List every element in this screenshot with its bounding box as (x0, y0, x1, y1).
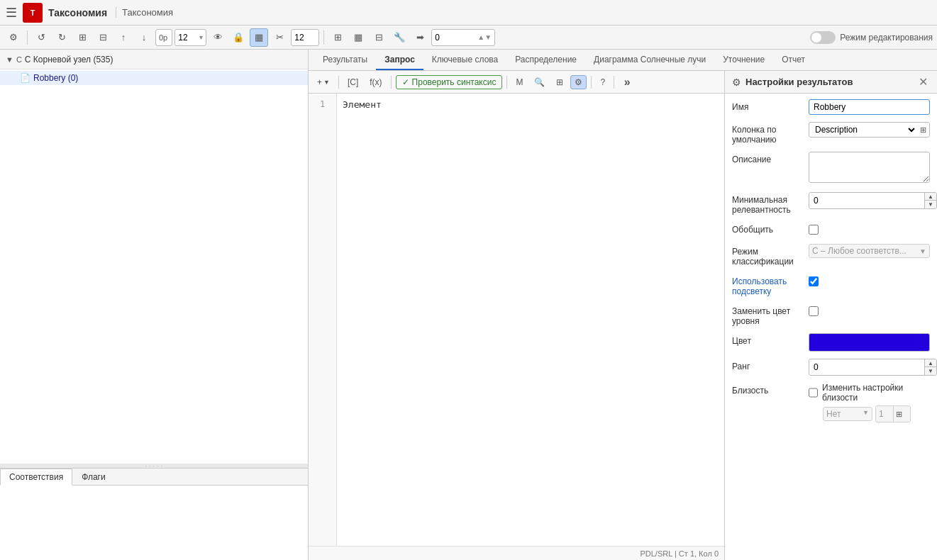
value-arrows: ▲▼ (477, 33, 492, 41)
tree-body[interactable]: 📄 Robbery (0) (0, 69, 308, 464)
setting-proximity-row: Близость Изменить настройки близости Нет… (732, 383, 930, 422)
tab-report[interactable]: Отчет (773, 50, 814, 70)
toolbar-undo-btn[interactable]: ↻ (52, 28, 71, 47)
setting-description-control (809, 152, 930, 185)
highlight-checkbox[interactable] (809, 276, 819, 286)
toolbar-size-input[interactable]: ▾ (174, 29, 206, 46)
help-btn[interactable]: ? (596, 75, 609, 89)
tab-correspondences[interactable]: Соответствия (0, 469, 72, 486)
tab-query[interactable]: Запрос (376, 50, 423, 70)
settings-close-btn[interactable]: ✕ (916, 75, 930, 89)
column-select[interactable]: Description ⊞ (809, 122, 930, 138)
rank-input[interactable] (809, 360, 924, 374)
setting-proximity-control: Изменить настройки близости Нет ▼ ⊞ (809, 383, 930, 422)
setting-color-label: Цвет (732, 333, 803, 346)
toolbar-refresh-btn[interactable]: ↺ (32, 28, 50, 47)
toolbar-btn5[interactable]: ➡ (411, 28, 429, 47)
code-area[interactable]: Элемент (337, 94, 724, 546)
toolbar-counter-input[interactable]: 0р (155, 29, 172, 46)
settings-body: Имя Колонка по умолчанию Description (725, 94, 937, 560)
toolbar-btn4[interactable]: 🔧 (390, 28, 409, 47)
replace-color-checkbox[interactable] (809, 306, 819, 316)
color-swatch[interactable] (809, 333, 930, 352)
toolbar-num-input[interactable] (291, 29, 319, 46)
toolbar-settings-btn[interactable]: ⚙ (4, 28, 23, 47)
left-bottom: Соответствия Флаги (0, 468, 308, 560)
tab-distribution[interactable]: Распределение (506, 50, 585, 70)
size-arrows[interactable]: ▾ (199, 33, 203, 41)
column-extra-icon[interactable]: ⊞ (920, 125, 926, 135)
prox-value-input (876, 408, 893, 420)
hamburger-icon[interactable]: ☰ (6, 5, 17, 21)
edit-mode-toggle[interactable] (810, 31, 836, 44)
app-title: Таксономия (48, 7, 107, 18)
add-dropdown-btn[interactable]: + ▼ (313, 75, 334, 89)
toolbar-copy-btn[interactable]: ⊞ (73, 28, 92, 47)
line-numbers: 1 (309, 94, 337, 546)
toolbar-btn2[interactable]: ▦ (349, 28, 367, 47)
prox-type-value: Нет (826, 409, 841, 419)
check-syntax-btn[interactable]: ✓ Проверить синтаксис (396, 75, 503, 89)
gear-btn[interactable]: ⚙ (570, 75, 587, 89)
prox-more-btn: ⊞ (893, 406, 904, 422)
code-line-1: Элемент (343, 99, 382, 110)
classify-value: С – Любое соответств... (812, 246, 906, 256)
app-subtitle: Таксономия (116, 7, 173, 18)
setting-min-relevance-label: Минимальная релевантность (732, 192, 803, 215)
settings-header: ⚙ Настройки результатов ✕ (725, 71, 937, 94)
name-input[interactable] (809, 99, 930, 115)
rank-spin-up[interactable]: ▲ (925, 359, 936, 367)
tab-keywords[interactable]: Ключевые слова (423, 50, 506, 70)
min-relevance-number: ▲ ▼ (809, 192, 937, 209)
fx-btn[interactable]: f(x) (365, 75, 386, 89)
setting-rank-label: Ранг (732, 359, 803, 371)
search-btn[interactable]: 🔍 (530, 75, 549, 89)
tree-toggle[interactable]: ▼ (6, 55, 13, 64)
min-relevance-spin: ▲ ▼ (924, 193, 936, 208)
editor-main: + ▼ [C] f(x) ✓ Проверить синтаксис M 🔍 ⊞ (309, 71, 724, 560)
generalize-checkbox[interactable] (809, 225, 819, 235)
description-textarea[interactable] (809, 152, 930, 183)
toolbar-btn3[interactable]: ⊟ (370, 28, 388, 47)
bottom-tabs-row: Соответствия Флаги (0, 469, 308, 486)
toolbar-lock-btn[interactable]: 🔒 (229, 28, 248, 47)
toolbar-cut-btn[interactable]: ✂ (270, 28, 289, 47)
toolbar-eye-btn[interactable]: 👁 (209, 28, 227, 47)
toolbar-btn1[interactable]: ⊞ (328, 28, 347, 47)
tab-flags[interactable]: Флаги (72, 469, 114, 485)
m-btn[interactable]: M (511, 75, 527, 89)
spin-down[interactable]: ▼ (925, 201, 936, 208)
grid-btn[interactable]: ⊞ (552, 75, 567, 89)
column-select-input[interactable]: Description (812, 124, 917, 135)
ed-sep-2 (391, 76, 392, 89)
edit-mode-label: Режим редактирования (840, 33, 933, 43)
setting-column-row: Колонка по умолчанию Description ⊞ (732, 122, 930, 145)
size-field[interactable] (178, 33, 199, 43)
tab-results[interactable]: Результаты (314, 50, 376, 70)
setting-rank-control: ▲ ▼ (809, 359, 937, 376)
toolbar-down-btn[interactable]: ↓ (135, 28, 153, 47)
more-btn[interactable]: » (619, 74, 636, 91)
min-relevance-input[interactable] (809, 194, 924, 208)
check-icon: ✓ (402, 77, 409, 87)
toggle-knob (811, 33, 821, 43)
tab-refinement[interactable]: Уточнение (714, 50, 773, 70)
value-field[interactable] (435, 33, 477, 43)
num-field[interactable] (294, 33, 316, 43)
toolbar-grid-btn[interactable]: ▦ (250, 28, 268, 47)
proximity-checkbox[interactable] (809, 388, 818, 398)
toolbar-paste-btn[interactable]: ⊟ (94, 28, 112, 47)
tab-sunburst[interactable]: Диаграмма Солнечные лучи (585, 50, 714, 70)
tree-item[interactable]: 📄 Robbery (0) (0, 71, 308, 85)
setting-highlight-control (809, 274, 930, 289)
spin-up[interactable]: ▲ (925, 193, 936, 201)
toolbar-value-input[interactable]: ▲▼ (431, 29, 495, 46)
check-label: Проверить синтаксис (412, 77, 497, 87)
toolbar-sep-1 (27, 30, 28, 45)
rank-spin-down[interactable]: ▼ (925, 367, 936, 375)
counter-label: 0р (159, 33, 167, 42)
setting-replace-color-row: Заменить цвет уровня (732, 303, 930, 326)
bracket-c-btn[interactable]: [C] (343, 75, 362, 89)
toolbar-up-btn[interactable]: ↑ (114, 28, 133, 47)
tree-type-icon: С (16, 55, 22, 64)
